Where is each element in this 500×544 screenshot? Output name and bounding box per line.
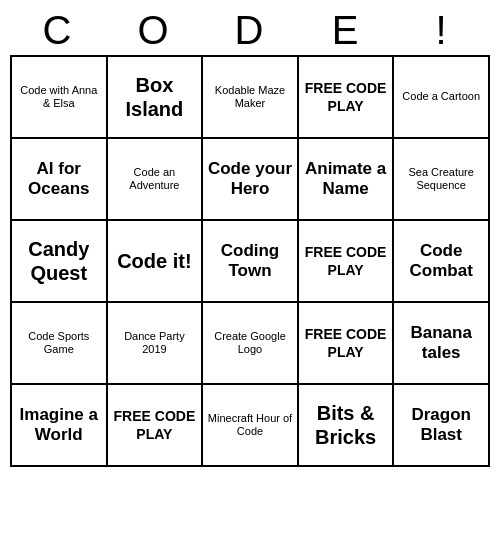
bingo-cell: Dragon Blast: [394, 385, 490, 467]
bingo-card: CODE! Code with Anna & ElsaBox IslandKod…: [10, 8, 490, 467]
bingo-cell: Candy Quest: [12, 221, 108, 303]
bingo-cell: Banana tales: [394, 303, 490, 385]
bingo-cell: Minecraft Hour of Code: [203, 385, 299, 467]
bingo-cell: Code it!: [108, 221, 204, 303]
bingo-cell: Code your Hero: [203, 139, 299, 221]
bingo-cell: FREE CODE PLAY: [299, 57, 395, 139]
bingo-cell: Animate a Name: [299, 139, 395, 221]
header-letter: O: [110, 8, 198, 53]
bingo-cell: Code Combat: [394, 221, 490, 303]
bingo-cell: AI for Oceans: [12, 139, 108, 221]
bingo-cell: Create Google Logo: [203, 303, 299, 385]
bingo-cell: FREE CODE PLAY: [299, 221, 395, 303]
header-letter: D: [206, 8, 294, 53]
bingo-cell: Bits & Bricks: [299, 385, 395, 467]
bingo-cell: Coding Town: [203, 221, 299, 303]
bingo-cell: Box Island: [108, 57, 204, 139]
bingo-cell: Dance Party 2019: [108, 303, 204, 385]
bingo-cell: Sea Creature Sequence: [394, 139, 490, 221]
bingo-cell: Code an Adventure: [108, 139, 204, 221]
bingo-cell: Imagine a World: [12, 385, 108, 467]
bingo-cell: Code a Cartoon: [394, 57, 490, 139]
header-letter: E: [302, 8, 390, 53]
bingo-cell: FREE CODE PLAY: [108, 385, 204, 467]
header-letter: !: [398, 8, 486, 53]
bingo-header: CODE!: [10, 8, 490, 53]
bingo-cell: Code with Anna & Elsa: [12, 57, 108, 139]
bingo-grid: Code with Anna & ElsaBox IslandKodable M…: [10, 55, 490, 467]
bingo-cell: Kodable Maze Maker: [203, 57, 299, 139]
bingo-cell: Code Sports Game: [12, 303, 108, 385]
header-letter: C: [14, 8, 102, 53]
bingo-cell: FREE CODE PLAY: [299, 303, 395, 385]
